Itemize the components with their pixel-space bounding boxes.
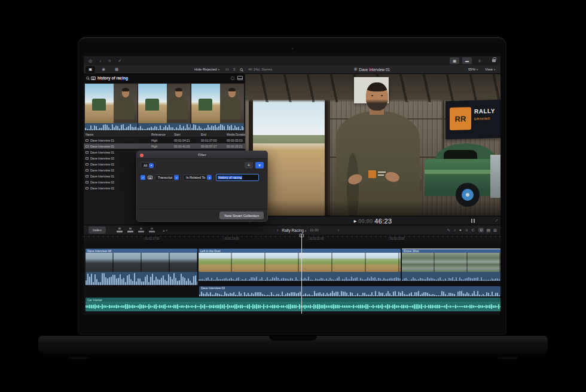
- rule-operator-dropdown[interactable]: Is Related To▾: [183, 174, 213, 181]
- filmstrip-view-button[interactable]: ▬: [462, 57, 472, 64]
- clip-icon: [86, 151, 88, 154]
- scope-dropdown[interactable]: All▾: [141, 162, 155, 169]
- column-name[interactable]: Name: [84, 133, 149, 136]
- rr-logo: RR: [450, 107, 471, 130]
- filmstrip-frame[interactable]: [138, 84, 191, 130]
- sidebar-photos-button[interactable]: ◉: [99, 66, 108, 73]
- chevron-down-icon: ▾: [207, 175, 212, 180]
- clip-row[interactable]: Dave Interview 01High00:01:04:2100:01:07…: [84, 137, 245, 143]
- viewer-clip-title: Dave Interview 01: [359, 68, 390, 72]
- index-button[interactable]: Index: [88, 226, 106, 234]
- connect-edit-icon[interactable]: [117, 228, 123, 232]
- column-duration[interactable]: Media Duration: [225, 133, 245, 136]
- clip-left-in-the-dust[interactable]: Left in the Dust: [199, 249, 401, 272]
- rule-value-input[interactable]: history of racing: [216, 174, 259, 181]
- timeline-back-icon[interactable]: ‹: [277, 228, 278, 232]
- macbook-pro: ◎ ↓ ⌗ ✓ ▦ ▬ ≡ ▣ ◉ ▦ Hide: [0, 0, 586, 392]
- search-icon[interactable]: [240, 68, 243, 71]
- audio-skimming-icon[interactable]: ♪: [454, 228, 456, 232]
- clip-car-interior[interactable]: Car Interior: [86, 298, 500, 311]
- ruler-label: 01:02:17:00: [144, 237, 159, 240]
- sidebar-libraries-button[interactable]: ▣: [86, 66, 95, 73]
- import-icon[interactable]: ↓: [99, 59, 102, 63]
- search-input[interactable]: history of racing: [97, 76, 128, 80]
- clip-dave-interview-08-audio[interactable]: [86, 272, 197, 285]
- list-view-button[interactable]: ≡: [475, 57, 484, 64]
- hide-rejected-filter[interactable]: Hide Rejected: [194, 68, 219, 71]
- clip-appearance-icon[interactable]: ▤: [487, 228, 491, 232]
- gear-icon[interactable]: [231, 76, 234, 80]
- rule-checkbox[interactable]: ✓: [141, 175, 145, 180]
- add-rule-button[interactable]: +: [245, 162, 253, 169]
- browser-toolbar: ▣ ◉ ▦ Hide Rejected ▭ ≡ 4K 24p, Stereo ▦…: [84, 65, 500, 74]
- zoom-level-dropdown[interactable]: 55%: [468, 68, 478, 71]
- clip-appearance-icon[interactable]: ▭: [225, 68, 229, 71]
- popup-titlebar[interactable]: Filter: [137, 151, 267, 159]
- rule-type-dropdown[interactable]: Transcript▾: [155, 174, 181, 181]
- timeline-ruler[interactable]: 01:02:17:0001:02:19:0001:02:21:0001:02:2…: [84, 235, 500, 241]
- filmstrip-frame[interactable]: [191, 84, 244, 130]
- timeline-zoom-icon[interactable]: ⊞: [493, 228, 497, 232]
- timeline-tracks: Dave Interview 08 Left in the Dust Drone…: [84, 241, 500, 315]
- add-rule-dropdown[interactable]: ▾: [255, 162, 264, 169]
- timecode-current: 46:23: [374, 218, 392, 225]
- lid-notch: [269, 336, 317, 341]
- grid-view-button[interactable]: ▦: [450, 57, 459, 64]
- sidebar-effects-button[interactable]: ▦: [112, 66, 121, 73]
- clip-icon: [86, 145, 88, 148]
- new-smart-collection-button[interactable]: New Smart Collection: [219, 212, 264, 219]
- filmstrip-toggle-icon[interactable]: [237, 76, 243, 80]
- transcript-icon: [148, 176, 152, 179]
- table-header[interactable]: Name Relevance Start End Media Duration: [84, 131, 245, 137]
- view-dropdown[interactable]: View: [485, 68, 495, 71]
- snapping-icon[interactable]: ∪: [478, 228, 484, 233]
- clip-dave-interview-08[interactable]: Dave Interview 08: [86, 249, 197, 272]
- solo-icon[interactable]: ●: [459, 228, 462, 232]
- search-icon: [86, 76, 89, 79]
- trim-icon[interactable]: ⊏: [472, 228, 475, 232]
- rally-banner: RR RALLY DRIVING: [445, 100, 500, 139]
- clip-thumbnails: [199, 253, 401, 272]
- format-info: 4K 24p, Stereo: [248, 68, 272, 71]
- playhead[interactable]: [301, 234, 302, 314]
- clip-dave-interview-03[interactable]: Dave Interview 03: [199, 286, 500, 296]
- overwrite-edit-icon[interactable]: [149, 228, 155, 232]
- filter-rule-row: ✓ Transcript▾ Is Related To▾ history of …: [141, 174, 259, 181]
- skimming-icon[interactable]: ∿: [447, 228, 450, 232]
- filmstrip-frame[interactable]: [85, 84, 138, 130]
- transcript-badge-icon: [91, 76, 96, 80]
- insert-edit-icon[interactable]: [127, 228, 133, 232]
- screen: ◎ ↓ ⌗ ✓ ▦ ▬ ≡ ▣ ◉ ▦ Hide: [84, 51, 500, 315]
- clip-filmstrip[interactable]: [85, 84, 244, 130]
- column-relevance[interactable]: Relevance: [149, 133, 172, 136]
- audio-meters-icon[interactable]: [471, 219, 475, 223]
- ruler-label: 01:02:23:00: [389, 237, 404, 240]
- clip-icon: [86, 187, 88, 189]
- column-end[interactable]: End: [199, 133, 225, 136]
- clip-row[interactable]: Dave Interview 01High00:00:41:2000:00:57…: [84, 143, 245, 149]
- audio-waveform: [191, 123, 244, 130]
- tasks-check-icon[interactable]: ✓: [118, 59, 122, 63]
- timeline-forward-icon[interactable]: ›: [338, 228, 339, 232]
- tool-dropdown[interactable]: ▸: [163, 228, 167, 232]
- viewer-video[interactable]: RR RALLY DRIVING: [245, 74, 500, 216]
- project-duration: 11:30: [310, 228, 319, 232]
- laptop-base: [38, 336, 548, 357]
- clip-thumbnails: [86, 253, 197, 272]
- camera-icon: [292, 48, 294, 50]
- close-icon[interactable]: [140, 154, 144, 157]
- clip-drone-shot[interactable]: Drone Shot: [402, 249, 500, 272]
- audio-waveform: [138, 123, 191, 130]
- project-dropdown[interactable]: Rally Racing: [282, 228, 306, 232]
- clip-left-in-the-dust-audio[interactable]: [199, 272, 401, 281]
- column-start[interactable]: Start: [172, 133, 199, 136]
- search-bar[interactable]: history of racing: [84, 74, 245, 82]
- keyword-icon[interactable]: ⌗: [109, 59, 111, 63]
- play-icon[interactable]: ▶: [354, 219, 357, 223]
- list-icon[interactable]: ≡: [233, 68, 236, 71]
- clip-drone-shot-audio[interactable]: [402, 272, 500, 281]
- lock-icon[interactable]: [492, 59, 496, 62]
- media-import-icon[interactable]: ◎: [88, 59, 92, 63]
- loop-icon[interactable]: ∪: [465, 228, 468, 232]
- append-edit-icon[interactable]: [138, 228, 144, 232]
